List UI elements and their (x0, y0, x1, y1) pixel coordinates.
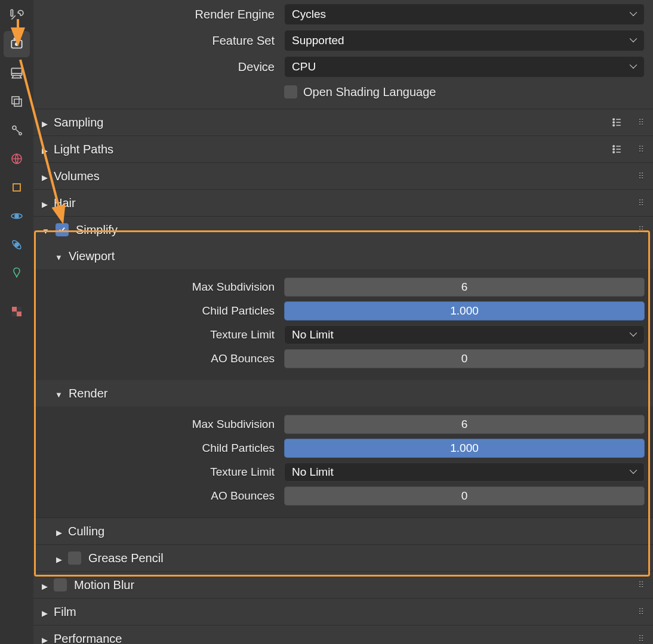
svg-point-12 (15, 214, 19, 218)
svg-rect-3 (14, 38, 16, 40)
drag-handle-icon[interactable]: ⠿ (638, 171, 645, 181)
disclosure-right-icon (42, 605, 48, 619)
render-properties-panel: Render Engine Cycles Feature Set Support… (33, 0, 653, 644)
svg-point-21 (613, 122, 615, 124)
disclosure-right-icon (56, 551, 62, 565)
svg-rect-0 (11, 10, 13, 16)
rd-ao-field[interactable]: 0 (284, 486, 645, 506)
simplify-checkbox[interactable] (56, 223, 69, 236)
rd-maxsub-label: Max Subdivision (42, 418, 275, 431)
svg-rect-18 (12, 312, 17, 316)
panel-motionblur-header[interactable]: Motion Blur ⠿ (33, 572, 653, 598)
disclosure-right-icon (42, 116, 48, 130)
disclosure-right-icon (42, 196, 48, 210)
tab-viewlayer[interactable] (4, 88, 30, 115)
vp-child-field[interactable]: 1.000 (284, 301, 645, 321)
motionblur-checkbox[interactable] (54, 578, 67, 591)
vp-ao-field[interactable]: 0 (284, 349, 645, 368)
svg-point-14 (15, 243, 19, 246)
drag-handle-icon[interactable]: ⠿ (638, 634, 645, 643)
tab-render[interactable] (4, 31, 30, 57)
tab-constraints[interactable] (4, 232, 30, 258)
disclosure-right-icon (42, 170, 48, 183)
tab-physics[interactable] (4, 203, 30, 229)
panel-film-header[interactable]: Film ⠿ (33, 599, 653, 625)
svg-rect-7 (14, 99, 21, 106)
svg-rect-6 (12, 97, 19, 104)
panel-sampling-header[interactable]: Sampling ⠿ (33, 109, 653, 135)
panel-volumes-header[interactable]: Volumes ⠿ (33, 163, 653, 189)
tab-output[interactable] (4, 60, 30, 86)
rd-ao-label: AO Bounces (42, 489, 275, 503)
tab-tool[interactable] (4, 2, 30, 29)
rd-child-field[interactable]: 1.000 (284, 439, 645, 458)
svg-rect-16 (12, 307, 17, 312)
rd-tex-label: Texture Limit (42, 466, 275, 479)
disclosure-down-icon (55, 249, 63, 263)
svg-point-24 (613, 149, 615, 150)
svg-rect-17 (17, 307, 21, 312)
panel-simplify: Simplify ⠿ Viewport Max Subdivision 6 Ch… (33, 216, 653, 571)
tab-scene[interactable] (4, 117, 30, 143)
simplify-viewport-header[interactable]: Viewport (33, 243, 653, 269)
drag-handle-icon[interactable]: ⠿ (638, 607, 645, 617)
osl-checkbox[interactable] (284, 85, 297, 98)
osl-label: Open Shading Language (303, 85, 436, 99)
vp-maxsub-label: Max Subdivision (42, 281, 275, 294)
vp-tex-label: Texture Limit (42, 328, 275, 341)
render-engine-label: Render Engine (42, 8, 275, 21)
feature-set-label: Feature Set (42, 34, 275, 48)
svg-rect-19 (17, 312, 21, 316)
drag-handle-icon[interactable]: ⠿ (638, 580, 645, 590)
panel-grease-header[interactable]: Grease Pencil (33, 545, 653, 571)
tab-object[interactable] (4, 174, 30, 201)
simplify-render-header[interactable]: Render (33, 380, 653, 406)
disclosure-right-icon (42, 143, 48, 156)
drag-handle-icon[interactable]: ⠿ (638, 118, 645, 127)
rd-tex-dropdown[interactable]: No Limit (284, 463, 645, 482)
tab-material[interactable] (4, 298, 30, 325)
simplify-viewport-body: Max Subdivision 6 Child Particles 1.000 … (33, 269, 653, 380)
panel-hair-header[interactable]: Hair ⠿ (33, 190, 653, 216)
tab-data[interactable] (4, 260, 30, 286)
panel-lightpaths-header[interactable]: Light Paths ⠿ (33, 136, 653, 162)
grease-checkbox[interactable] (68, 551, 81, 565)
panel-performance-header[interactable]: Performance ⠿ (33, 625, 653, 644)
svg-point-8 (13, 126, 16, 130)
feature-set-dropdown[interactable]: Supported (284, 30, 645, 51)
preset-icon[interactable] (611, 116, 623, 128)
rd-maxsub-field[interactable]: 6 (284, 415, 645, 434)
svg-point-22 (613, 125, 615, 127)
tab-world[interactable] (4, 146, 30, 172)
svg-rect-4 (18, 38, 19, 40)
vp-ao-label: AO Bounces (42, 352, 275, 365)
drag-handle-icon[interactable]: ⠿ (638, 225, 645, 235)
simplify-render-body: Max Subdivision 6 Child Particles 1.000 … (33, 406, 653, 517)
vp-maxsub-field[interactable]: 6 (284, 278, 645, 297)
device-dropdown[interactable]: CPU (284, 56, 645, 78)
svg-point-9 (19, 133, 21, 135)
svg-rect-11 (13, 184, 20, 191)
vp-tex-dropdown[interactable]: No Limit (284, 325, 645, 344)
svg-point-25 (613, 152, 615, 153)
preset-icon[interactable] (611, 143, 623, 155)
disclosure-down-icon (55, 387, 63, 400)
panel-simplify-header[interactable]: Simplify ⠿ (33, 217, 653, 243)
vp-child-label: Child Particles (42, 304, 275, 318)
disclosure-right-icon (42, 578, 48, 592)
drag-handle-icon[interactable]: ⠿ (638, 144, 645, 154)
svg-point-2 (16, 43, 18, 45)
rd-child-label: Child Particles (42, 442, 275, 455)
panel-culling-header[interactable]: Culling (33, 518, 653, 544)
render-engine-dropdown[interactable]: Cycles (284, 4, 645, 25)
disclosure-right-icon (56, 525, 62, 538)
properties-tab-sidebar (0, 0, 33, 644)
svg-point-23 (613, 146, 615, 147)
device-label: Device (42, 60, 275, 74)
svg-point-20 (613, 119, 615, 121)
drag-handle-icon[interactable]: ⠿ (638, 198, 645, 208)
disclosure-right-icon (42, 632, 48, 645)
svg-rect-5 (11, 68, 21, 75)
disclosure-down-icon (42, 223, 50, 237)
